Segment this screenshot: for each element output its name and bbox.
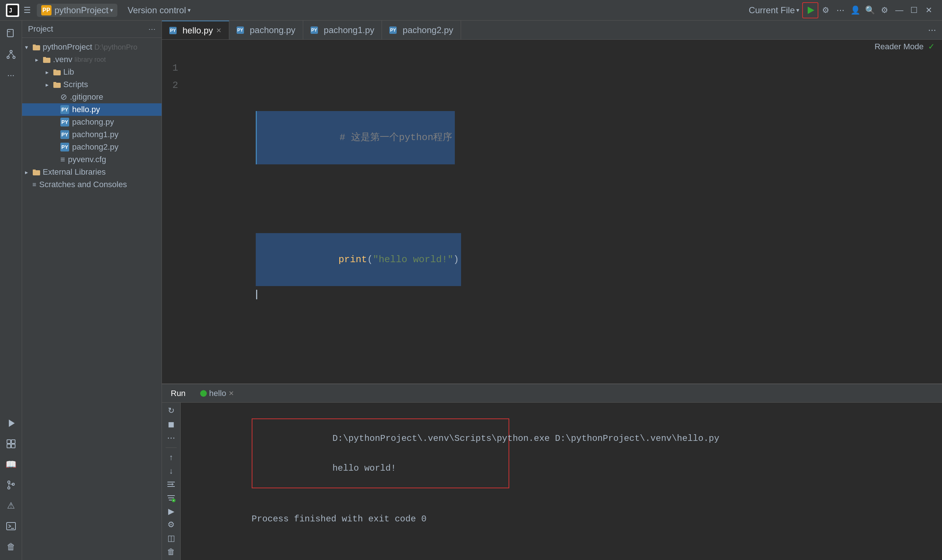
tab-hello[interactable]: PY hello.py ✕ [162,21,229,39]
svg-rect-25 [53,83,61,88]
code-content[interactable]: # 这是第一个python程序 print("hello world!") [184,54,942,383]
bottom-tab-hello[interactable]: hello ✕ [194,387,239,400]
svg-point-13 [8,481,10,483]
activity-git-icon[interactable] [2,476,20,494]
tab-more-button[interactable]: ⋯ [922,25,942,35]
vc-selector[interactable]: Version control ▾ [123,4,195,17]
code-line-2: print("hello world!") [187,216,936,321]
sidebar-header: Project ⋯ [22,21,162,38]
settings-icon[interactable]: ⚙ [877,3,892,18]
minimize-button[interactable]: — [892,3,907,18]
scripts-label: Scripts [63,80,88,89]
sidebar-item-hello[interactable]: PY hello.py [22,103,162,116]
tab-pachong1-label: pachong1.py [324,25,374,35]
activity-files-icon[interactable] [2,25,20,43]
tab-hello-label: hello.py [182,25,213,36]
scroll-down-button[interactable]: ↓ [164,466,178,476]
external-expand-icon: ▸ [25,169,32,176]
tab-pachong2[interactable]: PY pachong2.py [382,21,461,39]
hello-py-icon: PY [60,105,69,114]
check-icon: ✓ [928,42,935,51]
tab-pachong-icon: PY [237,26,244,34]
svg-point-5 [7,56,9,58]
sidebar-item-scripts[interactable]: ▸ Scripts [22,78,162,91]
svg-rect-24 [53,69,56,71]
sidebar-options-icon[interactable]: ⋯ [148,25,156,34]
account-icon[interactable]: 👤 [848,3,862,18]
app-logo: J [6,4,19,17]
svg-rect-10 [11,440,15,443]
svg-rect-27 [33,170,40,175]
activity-plugins-icon[interactable] [2,435,20,452]
svg-rect-9 [7,440,11,443]
svg-text:+: + [173,499,175,502]
run-config-selector[interactable]: Current File ▾ [749,5,799,15]
project-selector[interactable]: PP pythonProject ▾ [37,4,117,17]
maximize-button[interactable]: ☐ [907,3,921,18]
bottom-toolbar: ↻ ◼ ⋯ ↑ ↓ [162,403,181,560]
activity-delete-icon[interactable]: 🗑 [2,538,20,555]
sidebar-item-lib[interactable]: ▸ Lib [22,66,162,78]
soft-wrap-button[interactable] [164,479,178,490]
sidebar-item-pachong1[interactable]: PY pachong1.py [22,128,162,141]
bottom-tab-run[interactable]: Run [165,387,191,400]
venv-folder-icon [43,55,51,64]
sidebar-item-external[interactable]: ▸ External Libraries [22,166,162,178]
sidebar-tree: ▾ pythonProject D:\pythonPro ▸ .venv lib… [22,38,162,560]
more-options-button[interactable]: ⋯ [833,3,848,18]
activity-problems-icon[interactable]: ⚠ [2,497,20,514]
toolbar-more-button[interactable]: ⋯ [164,432,178,443]
scroll-up-button[interactable]: ↑ [164,452,178,463]
project-py-icon: PP [41,5,51,15]
code-string-1: "hello world!" [373,254,453,265]
sidebar-item-venv[interactable]: ▸ .venv library root [22,53,162,66]
current-file-label: Current File [749,5,795,15]
settings-config-button[interactable]: ⚙ [164,520,178,530]
filter-button[interactable]: + [164,493,178,503]
tab-pachong[interactable]: PY pachong.py [229,21,303,39]
toolbar-divider [166,448,177,448]
code-editor[interactable]: 1 2 # 这是第一个python程序 print("hello world!"… [162,54,942,383]
sidebar-item-scratches[interactable]: ≡ Scratches and Consoles [22,178,162,191]
pyvenv-label: pyvenv.cfg [68,155,106,165]
clear-button[interactable]: 🗑 [164,546,178,557]
vc-chevron-icon: ▾ [188,7,191,14]
sidebar-item-pyvenv[interactable]: ≡ pyvenv.cfg [22,153,162,166]
activity-terminal-icon[interactable] [2,517,20,535]
tab-pachong2-icon: PY [389,26,397,34]
sidebar-item-pythonproject[interactable]: ▾ pythonProject D:\pythonPro [22,41,162,53]
layout-button[interactable]: ◫ [164,533,178,544]
sidebar: Project ⋯ ▾ pythonProject D:\pythonPro ▸ [22,21,162,560]
sidebar-title: Project [28,24,53,34]
coverage-button[interactable]: ⚙ [819,3,833,18]
vc-label: Version control [128,5,186,15]
project-chevron-icon: ▾ [110,7,113,14]
sidebar-item-pachong2[interactable]: PY pachong2.py [22,141,162,153]
activity-more-icon[interactable]: ··· [2,66,20,84]
main-layout: ··· 📖 [0,21,942,560]
activity-run-icon[interactable] [2,414,20,432]
stop-button[interactable]: ◼ [164,419,178,430]
rerun-button[interactable]: ↻ [164,406,178,416]
sidebar-item-gitignore[interactable]: ⊘ .gitignore [22,91,162,103]
tab-pachong2-label: pachong2.py [402,25,453,35]
hamburger-menu-icon[interactable]: ☰ [23,6,31,15]
reader-mode-button[interactable]: Reader Mode [875,42,923,51]
run-button[interactable] [802,2,819,18]
svg-rect-26 [53,82,56,83]
pyvenv-icon: ≡ [60,155,65,165]
tab-hello-close-icon[interactable]: ✕ [216,26,222,35]
svg-line-8 [11,52,14,56]
activity-learn-icon[interactable]: 📖 [2,455,20,473]
run-config-button[interactable]: ▶ [164,506,178,517]
sidebar-item-pachong[interactable]: PY pachong.py [22,116,162,128]
close-button[interactable]: ✕ [921,3,936,18]
tab-pachong1[interactable]: PY pachong1.py [303,21,382,39]
project-path-label: D:\pythonPro [94,43,138,51]
scripts-folder-icon [53,80,61,89]
hello-tab-close-icon[interactable]: ✕ [228,389,234,397]
search-icon[interactable]: 🔍 [862,3,877,18]
svg-point-14 [8,487,10,489]
activity-structure-icon[interactable] [2,46,20,63]
external-label: External Libraries [43,167,106,177]
